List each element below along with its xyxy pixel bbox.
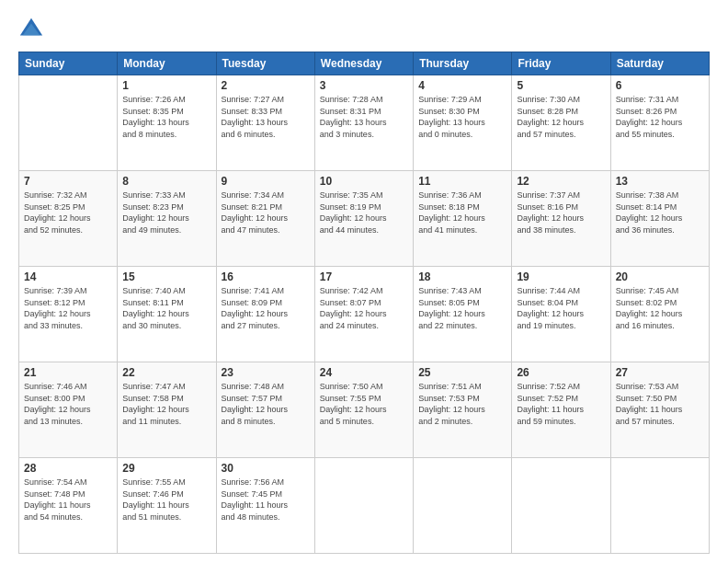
- day-number: 14: [24, 270, 112, 283]
- day-info: Sunrise: 7:42 AM Sunset: 8:07 PM Dayligh…: [320, 285, 408, 331]
- day-info: Sunrise: 7:30 AM Sunset: 8:28 PM Dayligh…: [517, 94, 605, 140]
- day-cell: [610, 458, 709, 554]
- logo-icon: [18, 17, 44, 42]
- week-row-1: 7Sunrise: 7:32 AM Sunset: 8:25 PM Daylig…: [19, 171, 710, 267]
- day-number: 12: [517, 175, 605, 188]
- week-row-4: 28Sunrise: 7:54 AM Sunset: 7:48 PM Dayli…: [19, 458, 710, 554]
- weekday-tuesday: Tuesday: [216, 52, 314, 75]
- day-cell: 13Sunrise: 7:38 AM Sunset: 8:14 PM Dayli…: [610, 171, 709, 267]
- day-number: 15: [122, 270, 210, 283]
- day-number: 18: [418, 270, 506, 283]
- day-info: Sunrise: 7:55 AM Sunset: 7:46 PM Dayligh…: [122, 477, 210, 523]
- day-info: Sunrise: 7:31 AM Sunset: 8:26 PM Dayligh…: [616, 94, 704, 140]
- day-info: Sunrise: 7:43 AM Sunset: 8:05 PM Dayligh…: [418, 285, 506, 331]
- day-number: 10: [320, 175, 408, 188]
- day-cell: 22Sunrise: 7:47 AM Sunset: 7:58 PM Dayli…: [118, 362, 216, 458]
- day-number: 29: [122, 462, 210, 475]
- weekday-monday: Monday: [118, 52, 216, 75]
- day-info: Sunrise: 7:54 AM Sunset: 7:48 PM Dayligh…: [24, 477, 112, 523]
- day-info: Sunrise: 7:51 AM Sunset: 7:53 PM Dayligh…: [418, 381, 506, 427]
- day-cell: 14Sunrise: 7:39 AM Sunset: 8:12 PM Dayli…: [19, 267, 118, 362]
- day-info: Sunrise: 7:28 AM Sunset: 8:31 PM Dayligh…: [320, 94, 408, 140]
- day-info: Sunrise: 7:46 AM Sunset: 8:00 PM Dayligh…: [24, 381, 112, 427]
- day-info: Sunrise: 7:53 AM Sunset: 7:50 PM Dayligh…: [616, 381, 704, 427]
- day-cell: 29Sunrise: 7:55 AM Sunset: 7:46 PM Dayli…: [118, 458, 216, 554]
- day-info: Sunrise: 7:50 AM Sunset: 7:55 PM Dayligh…: [320, 381, 408, 427]
- day-cell: 27Sunrise: 7:53 AM Sunset: 7:50 PM Dayli…: [610, 362, 709, 458]
- day-cell: 11Sunrise: 7:36 AM Sunset: 8:18 PM Dayli…: [414, 171, 512, 267]
- day-info: Sunrise: 7:45 AM Sunset: 8:02 PM Dayligh…: [616, 285, 704, 331]
- day-cell: 6Sunrise: 7:31 AM Sunset: 8:26 PM Daylig…: [610, 75, 709, 171]
- day-cell: 5Sunrise: 7:30 AM Sunset: 8:28 PM Daylig…: [512, 75, 610, 171]
- day-cell: 7Sunrise: 7:32 AM Sunset: 8:25 PM Daylig…: [19, 171, 118, 267]
- day-info: Sunrise: 7:39 AM Sunset: 8:12 PM Dayligh…: [24, 285, 112, 331]
- day-cell: 3Sunrise: 7:28 AM Sunset: 8:31 PM Daylig…: [314, 75, 413, 171]
- day-cell: 21Sunrise: 7:46 AM Sunset: 8:00 PM Dayli…: [19, 362, 118, 458]
- day-number: 7: [24, 175, 112, 188]
- day-number: 8: [122, 175, 210, 188]
- day-info: Sunrise: 7:52 AM Sunset: 7:52 PM Dayligh…: [517, 381, 605, 427]
- day-number: 3: [320, 79, 408, 92]
- weekday-friday: Friday: [512, 52, 610, 75]
- day-info: Sunrise: 7:26 AM Sunset: 8:35 PM Dayligh…: [122, 94, 210, 140]
- page: SundayMondayTuesdayWednesdayThursdayFrid…: [0, 0, 728, 563]
- day-number: 24: [320, 366, 408, 379]
- weekday-thursday: Thursday: [414, 52, 512, 75]
- day-number: 13: [616, 175, 704, 188]
- day-number: 21: [24, 366, 112, 379]
- day-cell: [414, 458, 512, 554]
- day-cell: 12Sunrise: 7:37 AM Sunset: 8:16 PM Dayli…: [512, 171, 610, 267]
- day-info: Sunrise: 7:44 AM Sunset: 8:04 PM Dayligh…: [517, 285, 605, 331]
- day-cell: 18Sunrise: 7:43 AM Sunset: 8:05 PM Dayli…: [414, 267, 512, 362]
- day-number: 4: [418, 79, 506, 92]
- day-info: Sunrise: 7:32 AM Sunset: 8:25 PM Dayligh…: [24, 190, 112, 236]
- calendar-table: SundayMondayTuesdayWednesdayThursdayFrid…: [18, 52, 710, 554]
- day-info: Sunrise: 7:34 AM Sunset: 8:21 PM Dayligh…: [222, 190, 310, 236]
- day-cell: 15Sunrise: 7:40 AM Sunset: 8:11 PM Dayli…: [118, 267, 216, 362]
- day-info: Sunrise: 7:48 AM Sunset: 7:57 PM Dayligh…: [222, 381, 310, 427]
- day-cell: 28Sunrise: 7:54 AM Sunset: 7:48 PM Dayli…: [19, 458, 118, 554]
- day-number: 25: [418, 366, 506, 379]
- day-number: 26: [517, 366, 605, 379]
- day-info: Sunrise: 7:40 AM Sunset: 8:11 PM Dayligh…: [122, 285, 210, 331]
- weekday-saturday: Saturday: [610, 52, 709, 75]
- day-number: 20: [616, 270, 704, 283]
- day-number: 17: [320, 270, 408, 283]
- day-cell: [19, 75, 118, 171]
- day-number: 5: [517, 79, 605, 92]
- day-cell: [512, 458, 610, 554]
- day-cell: 4Sunrise: 7:29 AM Sunset: 8:30 PM Daylig…: [414, 75, 512, 171]
- week-row-2: 14Sunrise: 7:39 AM Sunset: 8:12 PM Dayli…: [19, 267, 710, 362]
- day-number: 9: [222, 175, 310, 188]
- day-number: 28: [24, 462, 112, 475]
- day-cell: 9Sunrise: 7:34 AM Sunset: 8:21 PM Daylig…: [216, 171, 314, 267]
- day-number: 23: [222, 366, 310, 379]
- day-cell: 23Sunrise: 7:48 AM Sunset: 7:57 PM Dayli…: [216, 362, 314, 458]
- day-info: Sunrise: 7:56 AM Sunset: 7:45 PM Dayligh…: [222, 477, 310, 523]
- day-info: Sunrise: 7:33 AM Sunset: 8:23 PM Dayligh…: [122, 190, 210, 236]
- day-info: Sunrise: 7:36 AM Sunset: 8:18 PM Dayligh…: [418, 190, 506, 236]
- day-cell: 2Sunrise: 7:27 AM Sunset: 8:33 PM Daylig…: [216, 75, 314, 171]
- week-row-3: 21Sunrise: 7:46 AM Sunset: 8:00 PM Dayli…: [19, 362, 710, 458]
- day-cell: 16Sunrise: 7:41 AM Sunset: 8:09 PM Dayli…: [216, 267, 314, 362]
- day-info: Sunrise: 7:27 AM Sunset: 8:33 PM Dayligh…: [222, 94, 310, 140]
- day-number: 19: [517, 270, 605, 283]
- day-number: 2: [222, 79, 310, 92]
- weekday-sunday: Sunday: [19, 52, 118, 75]
- day-number: 6: [616, 79, 704, 92]
- week-row-0: 1Sunrise: 7:26 AM Sunset: 8:35 PM Daylig…: [19, 75, 710, 171]
- day-number: 30: [222, 462, 310, 475]
- day-number: 22: [122, 366, 210, 379]
- day-cell: 19Sunrise: 7:44 AM Sunset: 8:04 PM Dayli…: [512, 267, 610, 362]
- day-number: 11: [418, 175, 506, 188]
- day-cell: 8Sunrise: 7:33 AM Sunset: 8:23 PM Daylig…: [118, 171, 216, 267]
- day-info: Sunrise: 7:47 AM Sunset: 7:58 PM Dayligh…: [122, 381, 210, 427]
- day-info: Sunrise: 7:37 AM Sunset: 8:16 PM Dayligh…: [517, 190, 605, 236]
- logo: [18, 17, 48, 42]
- day-cell: 20Sunrise: 7:45 AM Sunset: 8:02 PM Dayli…: [610, 267, 709, 362]
- day-cell: 30Sunrise: 7:56 AM Sunset: 7:45 PM Dayli…: [216, 458, 314, 554]
- day-info: Sunrise: 7:38 AM Sunset: 8:14 PM Dayligh…: [616, 190, 704, 236]
- day-number: 16: [222, 270, 310, 283]
- day-cell: 1Sunrise: 7:26 AM Sunset: 8:35 PM Daylig…: [118, 75, 216, 171]
- day-cell: 24Sunrise: 7:50 AM Sunset: 7:55 PM Dayli…: [314, 362, 413, 458]
